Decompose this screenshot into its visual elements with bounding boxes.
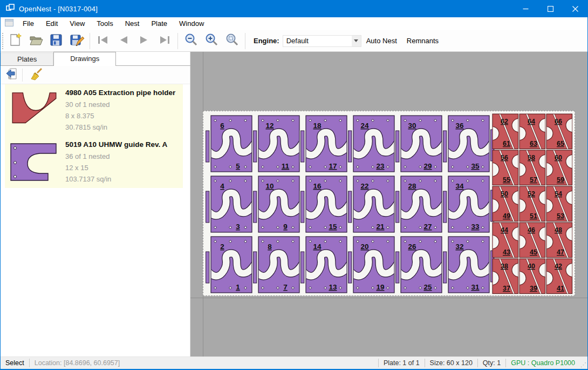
nest-part-pair-2-1[interactable]: 21: [206, 234, 253, 295]
zoom-in-button[interactable]: [201, 32, 222, 50]
nest-part-pair-60-59[interactable]: 6059: [546, 150, 573, 186]
zoom-out-button[interactable]: [181, 32, 201, 50]
nest-part-pair-30-29[interactable]: 3029: [395, 113, 443, 174]
svg-text:40: 40: [528, 263, 535, 270]
nest-part-pair-64-63[interactable]: 6463: [519, 113, 546, 150]
body-area: Plates Drawings: [1, 52, 587, 356]
svg-text:24: 24: [360, 122, 369, 130]
remnants-button[interactable]: Remnants: [402, 33, 443, 48]
minimize-button[interactable]: [513, 0, 538, 17]
tab-plates[interactable]: Plates: [1, 52, 53, 66]
part-thumbnail-red: [7, 88, 61, 133]
list-item-drawing-1[interactable]: 4980 A05 Extraction pipe holder 30 of 1 …: [5, 84, 183, 136]
auto-nest-button[interactable]: Auto Nest: [361, 33, 402, 48]
nest-part-pair-54-53[interactable]: 5453: [546, 186, 573, 222]
nest-part-pair-16-15[interactable]: 1615: [300, 174, 348, 234]
menu-item-nest[interactable]: Nest: [119, 18, 146, 29]
app-window: OpenNest - [N0317-004] FileEditViewTools…: [0, 0, 588, 370]
svg-text:55: 55: [503, 176, 510, 184]
svg-text:51: 51: [530, 212, 537, 220]
save-nest-button[interactable]: [46, 32, 66, 50]
nest-part-pair-44-43[interactable]: 4443: [492, 222, 519, 258]
go-last-icon: [157, 32, 172, 49]
go-next-button[interactable]: [134, 32, 154, 50]
go-last-button[interactable]: [154, 32, 175, 50]
chevron-down-icon[interactable]: [352, 36, 361, 46]
nest-part-pair-14-13[interactable]: 1413: [300, 234, 348, 295]
svg-text:33: 33: [471, 223, 480, 231]
menu-item-tools[interactable]: Tools: [91, 18, 119, 29]
go-first-icon: [95, 32, 111, 49]
nest-part-pair-28-27[interactable]: 2827: [395, 174, 443, 234]
svg-text:32: 32: [455, 243, 463, 251]
resize-grip[interactable]: ⋰: [580, 361, 586, 368]
nest-part-pair-10-9[interactable]: 109: [253, 174, 300, 234]
svg-text:34: 34: [455, 182, 464, 190]
nest-canvas[interactable]: 6512111817242330293635431091615222128273…: [190, 52, 588, 356]
close-button[interactable]: [563, 0, 587, 17]
save-as-button[interactable]: [66, 32, 87, 50]
nest-part-pair-58-57[interactable]: 5857: [519, 150, 546, 186]
nest-part-pair-52-51[interactable]: 5251: [519, 186, 546, 222]
tab-drawings[interactable]: Drawings: [53, 52, 116, 66]
svg-text:54: 54: [555, 190, 562, 198]
list-item-drawing-2[interactable]: 5019 A10 UHMW guide Rev. A 36 of 1 neste…: [5, 136, 183, 188]
svg-text:38: 38: [501, 263, 508, 270]
zoom-fit-button[interactable]: [222, 32, 242, 50]
mdi-system-icon[interactable]: [5, 19, 13, 28]
menu-item-plate[interactable]: Plate: [145, 18, 173, 29]
drawings-toolbar: [1, 66, 190, 84]
svg-text:39: 39: [530, 285, 537, 292]
svg-text:12: 12: [265, 122, 274, 130]
nest-part-pair-8-7[interactable]: 87: [253, 234, 300, 295]
nest-part-pair-26-25[interactable]: 2625: [395, 234, 443, 295]
status-bar: Select Location: [84.8696, 60.6957] Plat…: [1, 356, 587, 369]
nest-part-pair-24-23[interactable]: 2423: [348, 113, 395, 174]
nest-part-pair-32-31[interactable]: 3231: [443, 234, 495, 295]
menu-item-file[interactable]: File: [17, 18, 40, 29]
nest-part-pair-46-45[interactable]: 4645: [519, 222, 546, 258]
nest-part-pair-36-35[interactable]: 3635: [443, 113, 495, 174]
zoom-out-icon: [183, 32, 199, 49]
new-drawing-button[interactable]: [5, 32, 25, 50]
nest-part-pair-22-21[interactable]: 2221: [348, 174, 395, 234]
nest-part-pair-12-11[interactable]: 1211: [253, 113, 300, 174]
svg-text:31: 31: [471, 283, 480, 291]
svg-text:23: 23: [376, 162, 385, 170]
nest-part-pair-48-47[interactable]: 4847: [546, 222, 573, 258]
go-previous-button[interactable]: [113, 32, 134, 50]
nest-part-pair-20-19[interactable]: 2019: [348, 234, 395, 295]
maximize-button[interactable]: [538, 0, 563, 17]
drawing-title: 5019 A10 UHMW guide Rev. A: [65, 139, 181, 151]
engine-select[interactable]: Default: [283, 35, 361, 47]
nest-part-pair-40-39[interactable]: 4039: [519, 258, 546, 294]
svg-text:26: 26: [408, 243, 416, 251]
open-nest-button[interactable]: [25, 32, 46, 50]
nest-part-pair-6-5[interactable]: 65: [206, 113, 253, 174]
menu-item-edit[interactable]: Edit: [40, 18, 64, 29]
import-drawing-button[interactable]: [4, 68, 20, 83]
nest-part-pair-56-55[interactable]: 5655: [492, 150, 519, 186]
clear-drawings-icon: [30, 68, 43, 82]
nest-part-pair-66-65[interactable]: 6665: [546, 113, 573, 150]
svg-text:57: 57: [530, 176, 537, 184]
nest-part-pair-4-3[interactable]: 43: [206, 174, 253, 234]
clear-drawings-button[interactable]: [28, 68, 44, 83]
plate[interactable]: 6512111817242330293635431091615222128273…: [203, 111, 575, 296]
nest-part-pair-34-33[interactable]: 3433: [443, 174, 495, 234]
svg-text:36: 36: [455, 122, 464, 130]
nest-part-pair-62-61[interactable]: 6261: [492, 113, 519, 150]
svg-text:45: 45: [530, 248, 537, 256]
nest-part-pair-38-37[interactable]: 3837: [492, 258, 519, 294]
nest-part-pair-42-41[interactable]: 4241: [546, 258, 573, 294]
save-as-icon: [69, 32, 84, 49]
svg-text:61: 61: [503, 140, 510, 147]
menu-item-view[interactable]: View: [64, 18, 91, 29]
menu-item-window[interactable]: Window: [173, 18, 210, 29]
svg-text:53: 53: [557, 212, 564, 220]
svg-text:60: 60: [555, 154, 562, 162]
status-qty: Qty: 1: [483, 359, 501, 367]
nest-part-pair-18-17[interactable]: 1817: [300, 113, 348, 174]
go-first-button[interactable]: [93, 32, 113, 50]
nest-part-pair-50-49[interactable]: 5049: [492, 186, 519, 222]
